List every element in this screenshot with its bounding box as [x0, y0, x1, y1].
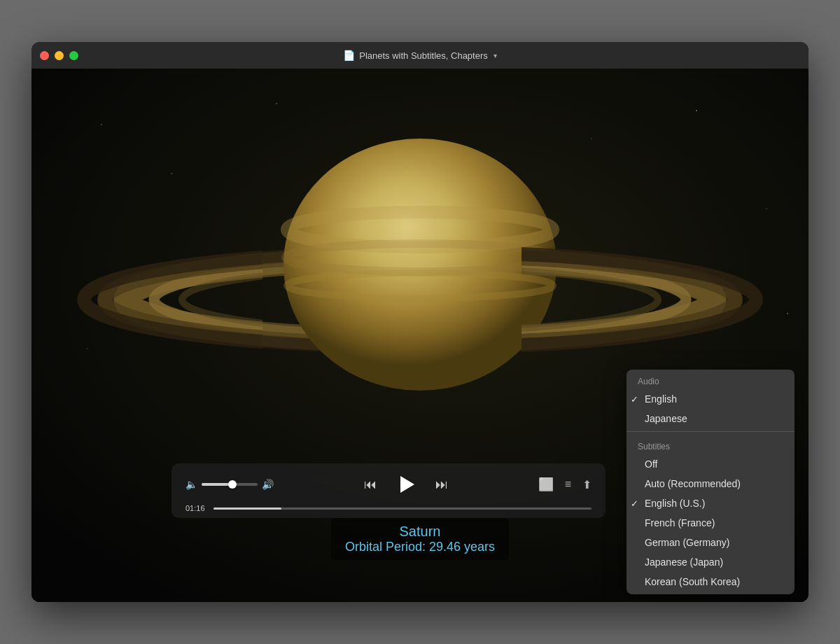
audio-section-header: Audio	[626, 370, 794, 389]
subtitles-button[interactable]: ⬜	[538, 477, 554, 492]
volume-high-icon: 🔊	[262, 479, 274, 490]
volume-low-icon: 🔈	[186, 479, 197, 490]
transport-buttons: ⏮ ⏭	[285, 472, 527, 497]
subtitle-japanese-label: Japanese (Japan)	[645, 556, 723, 568]
subtitle-english-us-item[interactable]: ✓ English (U.S.)	[626, 493, 794, 513]
audio-english-item[interactable]: ✓ English	[626, 389, 794, 409]
title-bar: 📄 Planets with Subtitles, Chapters ▾	[31, 42, 808, 69]
progress-bar[interactable]	[214, 507, 592, 510]
forward-button[interactable]: ⏭	[435, 477, 448, 492]
subtitle-english-us-label: English (U.S.)	[645, 498, 705, 509]
subtitle-off-item[interactable]: Off	[626, 454, 794, 474]
subtitle-line1: Saturn	[345, 524, 495, 540]
subtitle-auto-item[interactable]: Auto (Recommended)	[626, 474, 794, 493]
svg-point-21	[284, 139, 556, 391]
volume-slider[interactable]	[202, 483, 258, 486]
subtitle-german-label: German (Germany)	[645, 537, 729, 548]
subtitle-japanese-item[interactable]: Japanese (Japan)	[626, 552, 794, 572]
checkmark-icon: ✓	[631, 394, 645, 405]
close-button[interactable]	[40, 51, 49, 60]
video-area: 🔈 🔊 ⏮ ⏭ ⬜	[31, 69, 808, 602]
subtitle-auto-label: Auto (Recommended)	[645, 478, 741, 489]
svg-point-5	[101, 124, 102, 125]
chapters-button[interactable]: ≡	[565, 478, 571, 491]
subtitle-korean-label: Korean (South Korea)	[645, 576, 740, 587]
subtitle-line2: Orbital Period: 29.46 years	[345, 540, 495, 554]
chevron-down-icon: ▾	[493, 52, 497, 59]
volume-section: 🔈 🔊	[186, 479, 274, 490]
svg-point-12	[787, 313, 788, 314]
controls-bar: 🔈 🔊 ⏮ ⏭ ⬜	[172, 463, 606, 518]
checkmark-icon-2: ✓	[631, 498, 645, 509]
svg-point-6	[171, 173, 172, 174]
maximize-button[interactable]	[69, 51, 78, 60]
svg-point-9	[696, 110, 697, 111]
menu-divider	[626, 431, 794, 432]
svg-point-7	[276, 103, 277, 104]
app-window: 📄 Planets with Subtitles, Chapters ▾	[31, 42, 808, 602]
rewind-button[interactable]: ⏮	[364, 477, 377, 492]
volume-thumb	[228, 480, 237, 489]
subtitle-german-item[interactable]: German (Germany)	[626, 533, 794, 552]
svg-point-10	[766, 208, 767, 209]
progress-fill	[214, 507, 281, 510]
svg-point-11	[87, 348, 88, 349]
traffic-lights	[40, 51, 78, 60]
share-button[interactable]: ⬆	[582, 478, 592, 491]
progress-row: 01:16	[186, 504, 592, 512]
window-title: Planets with Subtitles, Chapters	[359, 50, 488, 61]
subtitle-french-label: French (France)	[645, 517, 715, 528]
right-controls: ⬜ ≡ ⬆	[538, 477, 592, 492]
subtitle-korean-item[interactable]: Korean (South Korea)	[626, 572, 794, 592]
minimize-button[interactable]	[55, 51, 64, 60]
controls-top-row: 🔈 🔊 ⏮ ⏭ ⬜	[186, 472, 592, 497]
audio-japanese-label: Japanese	[645, 413, 687, 424]
audio-english-label: English	[645, 393, 677, 405]
play-icon	[400, 476, 414, 493]
subtitle-french-item[interactable]: French (France)	[626, 513, 794, 533]
audio-japanese-item[interactable]: Japanese	[626, 409, 794, 428]
current-time: 01:16	[186, 504, 206, 512]
audio-subtitle-dropdown: Audio ✓ English Japanese Subtitles Off A…	[626, 370, 794, 594]
play-button[interactable]	[393, 472, 419, 497]
svg-point-8	[591, 138, 592, 139]
window-title-area: 📄 Planets with Subtitles, Chapters ▾	[343, 50, 497, 61]
subtitle-box: Saturn Orbital Period: 29.46 years	[331, 518, 509, 560]
subtitles-section-header: Subtitles	[626, 435, 794, 454]
subtitle-off-label: Off	[645, 458, 657, 470]
document-icon: 📄	[343, 50, 355, 61]
